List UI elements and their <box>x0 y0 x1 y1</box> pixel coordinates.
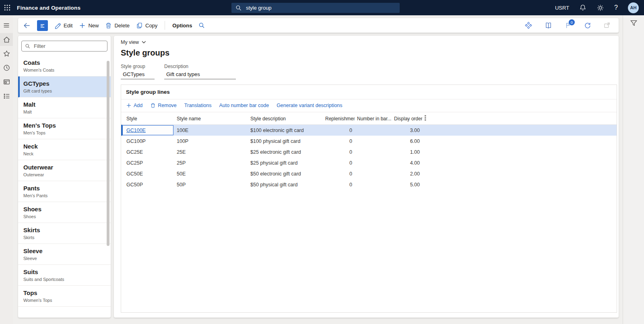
style-description-cell[interactable]: $50 physical gift card <box>248 179 323 190</box>
edit-button[interactable]: Edit <box>54 22 72 29</box>
table-row[interactable]: GC25P25P$25 physical gift card04.00 <box>121 157 617 168</box>
style-description-cell[interactable]: $100 physical gift card <box>248 136 323 147</box>
style-name-cell[interactable]: 25E <box>174 147 248 157</box>
display-order-cell[interactable]: 3.00 <box>392 125 422 136</box>
details-view-button[interactable] <box>37 20 48 31</box>
style-description-cell[interactable]: $50 electronic gift card <box>248 168 323 179</box>
help-icon[interactable]: ? <box>614 4 618 11</box>
replenishment-cell[interactable]: 0 <box>323 179 355 190</box>
display-order-cell[interactable]: 4.00 <box>392 157 422 168</box>
style-description-cell[interactable]: $25 physical gift card <box>248 157 323 168</box>
nav-favorites-star-icon[interactable] <box>0 47 13 60</box>
book-icon[interactable] <box>545 22 552 29</box>
replenishment-cell[interactable]: 0 <box>323 168 355 179</box>
style-group-list-item[interactable]: TopsWomen's Tops <box>18 286 111 307</box>
column-header[interactable]: Replenishment... <box>323 112 355 125</box>
style-group-list-item[interactable]: SleeveSleeve <box>18 244 111 265</box>
style-group-list-item[interactable]: OuterwearOuterwear <box>18 160 111 181</box>
grid-options-icon[interactable] <box>422 112 617 125</box>
copy-button[interactable]: Copy <box>136 22 157 29</box>
empty-cell[interactable] <box>422 157 617 168</box>
style-cell[interactable]: GC25E <box>121 147 174 157</box>
style-group-list-item[interactable]: SuitsSuits and Sportcoats <box>18 265 111 286</box>
style-cell[interactable]: GC50E <box>121 168 174 179</box>
style-group-list-item[interactable]: ShoesShoes <box>18 202 111 223</box>
number-in-bar-cell[interactable] <box>355 147 392 157</box>
nav-home-icon[interactable] <box>0 33 13 46</box>
nav-workspaces-icon[interactable] <box>0 75 13 88</box>
nav-menu-icon[interactable] <box>0 19 13 32</box>
table-row[interactable]: GC100E100E$100 electronic gift card03.00 <box>121 125 617 136</box>
style-group-list-item[interactable]: PantsMen's Pants <box>18 181 111 202</box>
app-launcher-icon[interactable] <box>0 0 14 15</box>
empty-cell[interactable] <box>422 168 617 179</box>
replenishment-cell[interactable]: 0 <box>323 157 355 168</box>
style-group-input[interactable]: GCTypes <box>121 69 155 79</box>
delete-button[interactable]: Delete <box>105 22 130 29</box>
style-name-cell[interactable]: 50P <box>174 179 248 190</box>
style-group-list-item[interactable]: SkirtsSkirts <box>18 223 111 244</box>
style-group-list-item[interactable]: CoatsWomen's Coats <box>18 56 111 76</box>
empty-cell[interactable] <box>422 179 617 190</box>
toolbar-search-icon[interactable] <box>198 22 205 29</box>
empty-cell[interactable] <box>422 147 617 157</box>
style-name-cell[interactable]: 25P <box>174 157 248 168</box>
style-description-cell[interactable]: $25 electronic gift card <box>248 147 323 157</box>
style-name-cell[interactable]: 100P <box>174 136 248 147</box>
column-header[interactable]: Style description <box>248 112 323 125</box>
style-description-cell[interactable]: $100 electronic gift card <box>248 125 323 136</box>
list-filter-box[interactable] <box>21 41 107 52</box>
table-row[interactable]: GC50P50P$50 physical gift card05.00 <box>121 179 617 190</box>
style-cell[interactable]: GC50P <box>121 179 174 190</box>
style-group-list-item[interactable]: Men's TopsMen's Tops <box>18 118 111 139</box>
views-diamond-icon[interactable] <box>524 21 533 29</box>
add-line-button[interactable]: Add <box>126 103 142 108</box>
number-in-bar-cell[interactable] <box>355 157 392 168</box>
view-selector[interactable]: My view <box>121 39 149 45</box>
filter-input[interactable] <box>33 43 97 50</box>
global-search-input[interactable] <box>245 4 382 11</box>
auto-number-bar-code-button[interactable]: Auto number bar code <box>219 103 269 108</box>
translations-button[interactable]: Translations <box>184 103 212 108</box>
back-button[interactable] <box>23 22 31 29</box>
column-header[interactable]: Style <box>121 112 174 125</box>
nav-modules-list-icon[interactable] <box>0 89 13 102</box>
style-cell[interactable]: GC100P <box>121 136 174 147</box>
new-button[interactable]: New <box>79 22 99 29</box>
replenishment-cell[interactable]: 0 <box>323 125 355 136</box>
style-link[interactable]: GC100E <box>126 128 146 133</box>
empty-cell[interactable] <box>422 125 617 136</box>
display-order-cell[interactable]: 5.00 <box>392 179 422 190</box>
number-in-bar-cell[interactable] <box>355 179 392 190</box>
display-order-cell[interactable]: 2.00 <box>392 168 422 179</box>
table-row[interactable]: GC25E25E$25 electronic gift card01.00 <box>121 147 617 157</box>
generate-variant-descriptions-button[interactable]: Generate variant descriptions <box>277 103 342 108</box>
remove-line-button[interactable]: Remove <box>150 103 177 108</box>
notifications-bell-icon[interactable] <box>579 4 586 11</box>
style-group-list-item[interactable]: MaltMalt <box>18 97 111 118</box>
global-search[interactable] <box>231 3 400 13</box>
number-in-bar-cell[interactable] <box>355 125 392 136</box>
refresh-icon[interactable] <box>584 22 591 29</box>
display-order-cell[interactable]: 6.00 <box>392 136 422 147</box>
column-header[interactable]: Style name <box>174 112 248 125</box>
style-cell[interactable]: GC100E <box>121 125 174 136</box>
number-in-bar-cell[interactable] <box>355 136 392 147</box>
table-row[interactable]: GC50E50E$50 electronic gift card02.00 <box>121 168 617 179</box>
style-group-list-item[interactable]: GCTypesGift card types <box>18 76 111 97</box>
focused-cell[interactable]: GC100E <box>122 125 173 135</box>
message-center-flag-icon[interactable]: 0 <box>564 22 572 29</box>
style-cell[interactable]: GC25P <box>121 157 174 168</box>
list-scrollbar-thumb[interactable] <box>107 61 109 246</box>
number-in-bar-cell[interactable] <box>355 168 392 179</box>
replenishment-cell[interactable]: 0 <box>323 147 355 157</box>
style-name-cell[interactable]: 100E <box>174 125 248 136</box>
column-header[interactable]: Number in bar... <box>355 112 392 125</box>
settings-gear-icon[interactable] <box>597 4 604 12</box>
replenishment-cell[interactable]: 0 <box>323 136 355 147</box>
empty-cell[interactable] <box>422 136 617 147</box>
nav-recent-clock-icon[interactable] <box>0 61 13 74</box>
display-order-cell[interactable]: 1.00 <box>392 147 422 157</box>
avatar[interactable]: AH <box>628 2 639 13</box>
table-row[interactable]: GC100P100P$100 physical gift card06.00 <box>121 136 617 147</box>
